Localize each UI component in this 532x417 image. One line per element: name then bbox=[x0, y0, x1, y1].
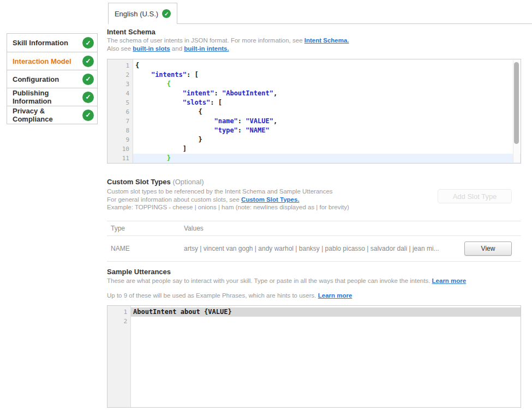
code-line: 10 ] bbox=[107, 144, 521, 154]
check-icon: ✓ bbox=[82, 37, 94, 49]
code-text: } bbox=[133, 135, 521, 144]
code-line: 5 "slots": [ bbox=[107, 98, 521, 107]
code-text: { bbox=[133, 107, 521, 117]
sample-utterances-code: 1AboutIntent about {VALUE}2 bbox=[107, 306, 521, 326]
code-line: 9 } bbox=[107, 135, 521, 144]
check-icon: ✓ bbox=[162, 9, 171, 18]
custom-slot-types-description: Custom slot types to be referenced by th… bbox=[107, 188, 349, 211]
learn-more-link-1[interactable]: Learn more bbox=[432, 277, 467, 284]
learn-more-link-2[interactable]: Learn more bbox=[318, 292, 352, 299]
line-number: 1 bbox=[107, 61, 133, 70]
tab-english-us[interactable]: English (U.S.) ✓ bbox=[108, 3, 177, 24]
example-phrases-note: Up to 9 of these will be used as Example… bbox=[107, 292, 352, 300]
intent-desc2-mid: and bbox=[170, 45, 184, 52]
line-number: 6 bbox=[107, 107, 133, 117]
code-text: "slots": [ bbox=[133, 98, 521, 107]
intent-schema-code: 1{2 "intents": [3 {4 "intent": "AboutInt… bbox=[107, 59, 521, 163]
line-number: 2 bbox=[107, 317, 131, 326]
code-text: AboutIntent about {VALUE} bbox=[131, 307, 521, 317]
code-line: 3 { bbox=[107, 80, 521, 89]
line-number: 4 bbox=[107, 89, 133, 98]
code-text: "name": "VALUE", bbox=[133, 117, 521, 126]
code-text: } bbox=[133, 154, 521, 163]
add-slot-type-button[interactable]: Add Slot Type bbox=[438, 189, 512, 203]
custom-desc-line3: Example: TOPPINGS - cheese | onions | ha… bbox=[107, 203, 349, 211]
intent-desc2-pre: Also see bbox=[107, 45, 133, 52]
code-line: 1{ bbox=[107, 61, 521, 70]
slot-table-header: Type Values bbox=[107, 221, 521, 236]
scrollbar-thumb[interactable] bbox=[514, 62, 519, 144]
code-line: 4 "intent": "AboutIntent", bbox=[107, 89, 521, 98]
sidebar-item-label: Skill Information bbox=[13, 39, 68, 47]
line-number: 2 bbox=[107, 70, 133, 80]
view-button[interactable]: View bbox=[464, 241, 512, 256]
line-number: 8 bbox=[107, 126, 133, 135]
built-in-intents-link[interactable]: built-in intents. bbox=[184, 45, 229, 52]
custom-slot-types-label: Custom Slot Types bbox=[107, 178, 171, 186]
code-text: "intent": "AboutIntent", bbox=[133, 89, 521, 98]
sidebar-item-label: Publishing Information bbox=[13, 89, 82, 105]
custom-desc-line1: Custom slot types to be referenced by th… bbox=[107, 188, 349, 196]
code-text bbox=[131, 317, 521, 326]
check-icon: ✓ bbox=[82, 92, 94, 103]
sample-utterances-title: Sample Utterances bbox=[107, 268, 171, 276]
sidebar-item-label: Privacy & Compliance bbox=[13, 107, 82, 123]
custom-slot-table: Type Values NAMEartsy | vincent van gogh… bbox=[107, 221, 521, 262]
slot-table-body: NAMEartsy | vincent van gogh | andy warh… bbox=[107, 236, 521, 262]
code-line: 2 "intents": [ bbox=[107, 70, 521, 80]
code-text: { bbox=[133, 80, 521, 89]
code-line: 8 "type": "NAME" bbox=[107, 126, 521, 135]
table-row: NAMEartsy | vincent van gogh | andy warh… bbox=[107, 236, 521, 262]
sidebar-item-skill-information[interactable]: Skill Information✓ bbox=[7, 34, 97, 52]
sidebar-item-privacy-compliance[interactable]: Privacy & Compliance✓ bbox=[7, 106, 97, 124]
sample-desc2-text: Up to 9 of these will be used as Example… bbox=[107, 292, 318, 299]
optional-label: (Optional) bbox=[172, 178, 204, 186]
code-text: ] bbox=[133, 144, 521, 154]
code-text: "type": "NAME" bbox=[133, 126, 521, 135]
check-icon: ✓ bbox=[82, 56, 94, 67]
code-line: 6 { bbox=[107, 107, 521, 117]
intent-schema-description: The schema of user intents in JSON forma… bbox=[107, 37, 349, 52]
sidebar: Skill Information✓Interaction Model✓Conf… bbox=[7, 33, 98, 124]
custom-slot-types-link[interactable]: Custom Slot Types. bbox=[241, 196, 300, 203]
header-values: Values bbox=[184, 225, 521, 232]
line-number: 11 bbox=[107, 154, 133, 163]
tab-label: English (U.S.) bbox=[115, 10, 158, 18]
sidebar-item-label: Interaction Model bbox=[13, 57, 71, 65]
sample-utterances-description: These are what people say to interact wi… bbox=[107, 277, 466, 285]
header-type: Type bbox=[107, 225, 184, 232]
line-number: 3 bbox=[107, 80, 133, 89]
check-icon: ✓ bbox=[82, 110, 94, 121]
custom-desc-line2-pre: For general information about custom slo… bbox=[107, 196, 241, 203]
slot-type-cell: NAME bbox=[107, 245, 184, 252]
code-line: 1AboutIntent about {VALUE} bbox=[107, 307, 521, 317]
editor-scrollbar[interactable] bbox=[513, 60, 520, 162]
code-text: { bbox=[133, 61, 521, 70]
code-line: 7 "name": "VALUE", bbox=[107, 117, 521, 126]
built-in-slots-link[interactable]: built-in slots bbox=[133, 45, 170, 52]
intent-schema-link[interactable]: Intent Schema. bbox=[304, 37, 349, 44]
custom-slot-types-title: Custom Slot Types (Optional) bbox=[107, 178, 204, 186]
sidebar-item-label: Configuration bbox=[13, 75, 59, 83]
sample-utterances-editor[interactable]: 1AboutIntent about {VALUE}2 bbox=[107, 305, 521, 408]
code-text: "intents": [ bbox=[133, 70, 521, 80]
code-line: 2 bbox=[107, 317, 521, 326]
intent-schema-editor[interactable]: 1{2 "intents": [3 {4 "intent": "AboutInt… bbox=[107, 59, 521, 164]
line-number: 5 bbox=[107, 98, 133, 107]
line-number: 10 bbox=[107, 144, 133, 154]
intent-schema-title: Intent Schema bbox=[107, 28, 156, 36]
code-line: 11 } bbox=[107, 154, 521, 163]
intent-desc-text: The schema of user intents in JSON forma… bbox=[107, 37, 304, 44]
sidebar-item-interaction-model[interactable]: Interaction Model✓ bbox=[7, 52, 97, 70]
sample-desc1-text: These are what people say to interact wi… bbox=[107, 277, 432, 284]
line-number: 9 bbox=[107, 135, 133, 144]
check-icon: ✓ bbox=[82, 74, 94, 85]
sidebar-item-publishing-information[interactable]: Publishing Information✓ bbox=[7, 88, 97, 106]
sidebar-item-configuration[interactable]: Configuration✓ bbox=[7, 70, 97, 88]
line-number: 7 bbox=[107, 117, 133, 126]
line-number: 1 bbox=[107, 307, 131, 317]
